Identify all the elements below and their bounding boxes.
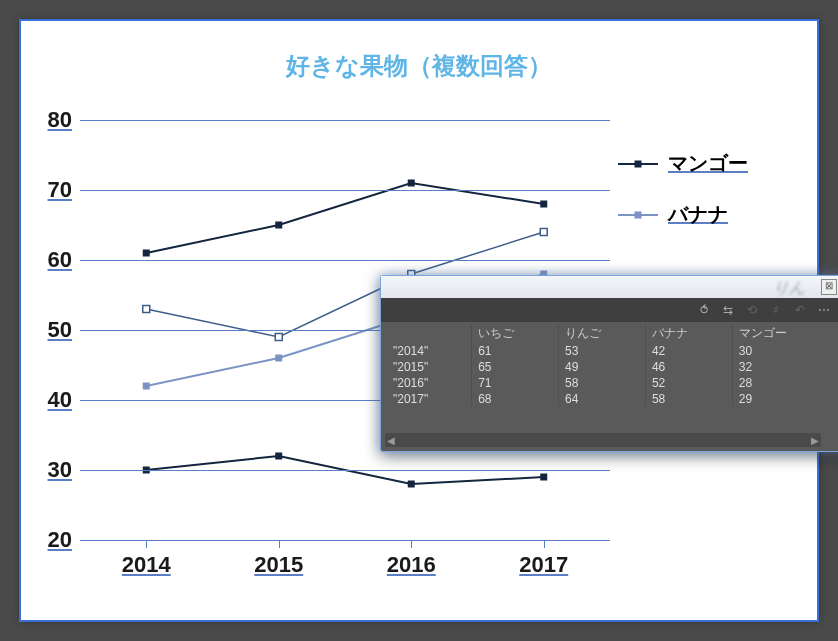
legend-label: マンゴー (668, 150, 748, 177)
y-tick-label: 80 (48, 107, 72, 133)
table-cell[interactable]: 30 (732, 343, 838, 359)
gridline (80, 260, 610, 261)
transpose-icon[interactable]: ⥀ (697, 303, 711, 317)
table-cell[interactable]: 49 (559, 359, 646, 375)
table-cell[interactable]: 71 (472, 375, 559, 391)
data-table[interactable]: いちごりんごバナナマンゴー"2014"61534230"2015"6549463… (381, 322, 838, 424)
scroll-left-icon[interactable]: ◀ (387, 435, 395, 446)
table-header-cell[interactable]: マンゴー (732, 324, 838, 343)
gridline (80, 190, 610, 191)
table-cell[interactable]: 68 (472, 391, 559, 407)
svg-rect-8 (143, 383, 150, 390)
table-row[interactable]: "2016"71585228 (387, 375, 838, 391)
table-header-cell[interactable]: りんご (559, 324, 646, 343)
y-tick-label: 60 (48, 247, 72, 273)
legend: マンゴーバナナ (618, 150, 788, 252)
table-row[interactable]: "2014"61534230 (387, 343, 838, 359)
y-tick-label: 20 (48, 527, 72, 553)
table-header-cell[interactable]: いちご (472, 324, 559, 343)
svg-rect-9 (275, 355, 282, 362)
y-tick-label: 40 (48, 387, 72, 413)
data-panel[interactable]: りん ⊠ ⥀⇆⟲♯↶⋯ いちごりんごバナナマンゴー"2014"61534230"… (380, 275, 838, 452)
x-tick-label: 2015 (254, 552, 303, 578)
panel-title-text: りん (773, 278, 805, 299)
svg-rect-13 (275, 453, 282, 460)
table-cell[interactable]: 65 (472, 359, 559, 375)
workspace: 好きな果物（複数回答） 2030405060708020142015201620… (0, 0, 838, 641)
table-cell[interactable]: 46 (645, 359, 732, 375)
y-tick-label: 30 (48, 457, 72, 483)
legend-item[interactable]: バナナ (618, 201, 788, 228)
gridline (80, 470, 610, 471)
chart-artboard[interactable]: 好きな果物（複数回答） 2030405060708020142015201620… (20, 20, 818, 621)
scroll-right-icon[interactable]: ▶ (811, 435, 819, 446)
table-header-cell[interactable]: バナナ (645, 324, 732, 343)
svg-rect-4 (143, 306, 150, 313)
table-cell[interactable]: 52 (645, 375, 732, 391)
legend-swatch (618, 163, 658, 165)
x-tick-label: 2016 (387, 552, 436, 578)
legend-item[interactable]: マンゴー (618, 150, 788, 177)
data-panel-titlebar[interactable]: りん ⊠ (381, 276, 838, 298)
table-cell[interactable]: 58 (645, 391, 732, 407)
table-row[interactable]: "2015"65494632 (387, 359, 838, 375)
table-cell[interactable]: 28 (732, 375, 838, 391)
svg-rect-15 (540, 474, 547, 481)
table-cell[interactable]: 61 (472, 343, 559, 359)
table-cell[interactable]: 32 (732, 359, 838, 375)
grid-icon: ♯ (769, 303, 783, 317)
undo-icon: ↶ (793, 303, 807, 317)
swap-axes-icon[interactable]: ⇆ (721, 303, 735, 317)
table-cell[interactable]: "2014" (387, 343, 472, 359)
settings-icon[interactable]: ⋯ (817, 303, 831, 317)
x-tick (146, 540, 147, 548)
gridline (80, 540, 610, 541)
svg-rect-7 (540, 229, 547, 236)
y-tick-label: 50 (48, 317, 72, 343)
y-tick-label: 70 (48, 177, 72, 203)
table-cell[interactable]: 64 (559, 391, 646, 407)
svg-rect-2 (408, 180, 415, 187)
table-cell[interactable]: "2017" (387, 391, 472, 407)
x-tick-label: 2017 (519, 552, 568, 578)
horizontal-scrollbar[interactable]: ◀ ▶ (385, 433, 821, 447)
table-cell[interactable]: 58 (559, 375, 646, 391)
legend-swatch (618, 214, 658, 216)
gridline (80, 120, 610, 121)
close-icon[interactable]: ⊠ (821, 279, 837, 295)
legend-label: バナナ (668, 201, 728, 228)
x-tick-label: 2014 (122, 552, 171, 578)
svg-rect-3 (540, 201, 547, 208)
table-row[interactable]: "2017"68645829 (387, 391, 838, 407)
table-cell[interactable]: 42 (645, 343, 732, 359)
table-cell[interactable]: "2016" (387, 375, 472, 391)
x-tick (544, 540, 545, 548)
svg-rect-0 (143, 250, 150, 257)
link-icon: ⟲ (745, 303, 759, 317)
table-cell[interactable]: 29 (732, 391, 838, 407)
data-panel-toolbar: ⥀⇆⟲♯↶⋯ (381, 298, 838, 322)
x-tick (411, 540, 412, 548)
table-cell[interactable]: "2015" (387, 359, 472, 375)
x-tick (279, 540, 280, 548)
table-cell[interactable]: 53 (559, 343, 646, 359)
svg-rect-14 (408, 481, 415, 488)
svg-rect-5 (275, 334, 282, 341)
svg-rect-1 (275, 222, 282, 229)
chart-title: 好きな果物（複数回答） (20, 50, 818, 82)
table-header-cell[interactable] (387, 324, 472, 343)
